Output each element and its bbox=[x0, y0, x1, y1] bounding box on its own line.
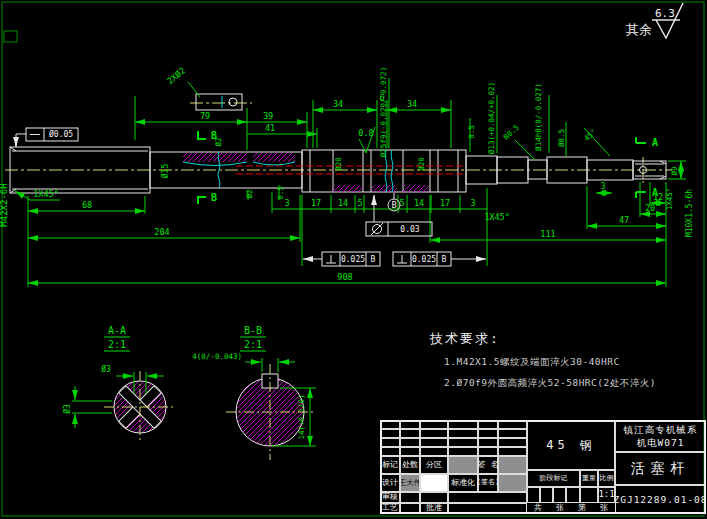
perpendicularity-icon bbox=[326, 255, 336, 263]
dim-68: 68 bbox=[82, 200, 92, 210]
dia2b-label: Ø2 bbox=[245, 189, 254, 198]
leader-hole-label: 2XØ2 bbox=[165, 65, 187, 86]
chain-3r: 3 bbox=[470, 198, 475, 208]
title-block: 标记 处数 分区 签 名 设计 王大伟 标准化 (签名) 审核 工艺 批准 45… bbox=[380, 420, 706, 514]
perp2-datum: B bbox=[442, 255, 447, 264]
cylindricity-icon bbox=[371, 223, 383, 235]
sec-a-bottom: A bbox=[652, 187, 658, 198]
tech-item-2: 2.Ø70f9外圆高频淬火52-58HRC(2处不淬火) bbox=[444, 377, 698, 390]
dim-47: 47 bbox=[619, 215, 629, 225]
section-aa: A-A 2:1 Ø3 Ø3 bbox=[62, 325, 176, 443]
dim-204: 204 bbox=[154, 227, 169, 237]
bb-title: B-B bbox=[244, 325, 262, 336]
surface-finish-note: 其余 6.3 bbox=[626, 3, 683, 38]
aa-dia-left: Ø3 bbox=[62, 404, 72, 414]
thread-left-label: M42X2-6H bbox=[0, 183, 9, 226]
dia85-label: Ø8.5 bbox=[557, 129, 566, 147]
cham-left-label: 1X45° bbox=[33, 189, 59, 199]
chain-17l: 17 bbox=[311, 198, 321, 208]
chain-3l: 3 bbox=[284, 198, 289, 208]
dim-39: 39 bbox=[263, 111, 273, 121]
note-prefix: 其余 bbox=[626, 22, 652, 37]
cad-canvas: 其余 6.3 bbox=[0, 0, 707, 519]
chain-14l: 14 bbox=[338, 198, 348, 208]
dia14-label: Ø14h8(0/-0.027) bbox=[534, 83, 543, 151]
cham-right-label: 1X45° bbox=[665, 188, 674, 211]
dia20a-label: Ø20 bbox=[334, 157, 343, 171]
aa-scale: 2:1 bbox=[108, 339, 126, 350]
tech-title: 技术要求: bbox=[430, 330, 698, 348]
dim-41: 41 bbox=[265, 123, 275, 133]
chain-14r: 14 bbox=[414, 198, 424, 208]
dia25-label: Ø25f9(-0.020/-0.072) bbox=[379, 67, 388, 157]
r05-label: R0.5 bbox=[502, 123, 521, 142]
dim-111: 111 bbox=[540, 229, 555, 239]
dia9-label: Ø9 bbox=[670, 166, 679, 175]
tech-requirements: 技术要求: 1.M42X1.5螺纹及端面淬火30-40HRC 2.Ø70f9外圆… bbox=[430, 330, 698, 390]
dim-3e: 3 bbox=[600, 181, 605, 191]
dia15-label: Ø15 bbox=[160, 164, 170, 179]
dia13-label: Ø13(+0.04/+0.02) bbox=[487, 82, 496, 154]
datum-letter: B bbox=[391, 200, 396, 210]
note-value: 6.3 bbox=[655, 7, 675, 20]
frame-marker bbox=[4, 31, 17, 42]
dim-34b: 34 bbox=[407, 99, 417, 109]
dim-34a: 34 bbox=[333, 99, 343, 109]
dia20b-label: Ø20 bbox=[417, 157, 426, 171]
aa-title: A-A bbox=[108, 325, 126, 336]
perpendicularity-icon bbox=[397, 255, 407, 263]
perp1-value: 0.025 bbox=[341, 255, 365, 264]
straightness-value: Ø0.05 bbox=[49, 129, 73, 139]
chain-5l: 5 bbox=[357, 198, 362, 208]
bb-depth: 14(+0.1/0) bbox=[297, 394, 306, 439]
dim-20: 20 bbox=[645, 203, 655, 213]
aa-dia-top: Ø3 bbox=[101, 364, 111, 374]
d05a-label: 0.5 bbox=[467, 125, 476, 139]
tb-outer-border bbox=[380, 420, 706, 514]
perp1-datum: B bbox=[371, 255, 376, 264]
sec-b-bottom: B bbox=[211, 192, 217, 203]
dim-908: 908 bbox=[337, 272, 352, 282]
sec-b-top: B bbox=[211, 130, 217, 141]
thread-right-label: M10X1.5-6h bbox=[685, 189, 694, 237]
cham-mid-label: 1X45° bbox=[484, 212, 510, 222]
sec-a-top: A bbox=[652, 137, 658, 148]
bb-key-width: 4(0/-0.043) bbox=[192, 352, 242, 361]
section-bb: B-B 2:1 4(0/-0.043) 14(+0.1/0) bbox=[192, 325, 316, 460]
dim-79: 79 bbox=[200, 111, 210, 121]
bb-scale: 2:1 bbox=[244, 339, 262, 350]
tech-item-1: 1.M42X1.5螺纹及端面淬火30-40HRC bbox=[444, 356, 698, 369]
perp2-value: 0.025 bbox=[412, 255, 436, 264]
cylindricity-value: 0.03 bbox=[400, 225, 419, 234]
detail-view-box bbox=[196, 94, 242, 110]
chain-17r: 17 bbox=[440, 198, 450, 208]
